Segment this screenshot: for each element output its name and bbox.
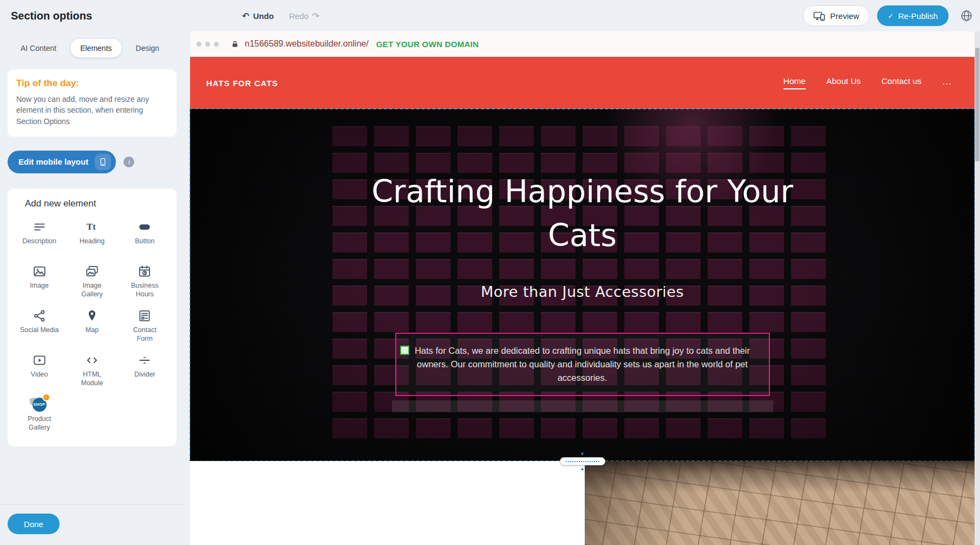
hero-paragraph: Hats for Cats, we are dedicated to craft… bbox=[415, 344, 750, 385]
add-element-product-gallery[interactable]: SHOP ↑ Product Gallery bbox=[13, 394, 66, 436]
site-logo[interactable]: Hats for Cats bbox=[206, 79, 278, 88]
edit-mobile-row: Edit mobile layout i bbox=[8, 151, 184, 173]
page-title: Section options bbox=[11, 10, 92, 22]
upgrade-badge-icon: ↑ bbox=[42, 393, 50, 401]
element-ghost-strip bbox=[392, 400, 773, 412]
get-domain-link[interactable]: GET YOUR OWN DOMAIN bbox=[376, 40, 479, 49]
video-icon bbox=[32, 352, 47, 368]
nav-more-icon[interactable]: ... bbox=[942, 76, 952, 90]
language-globe-button[interactable] bbox=[956, 5, 977, 26]
tip-body: Now you can add, move and resize any ele… bbox=[16, 94, 168, 127]
html-module-icon bbox=[85, 352, 99, 368]
topbar-actions: Preview ✓ Re-Publish bbox=[803, 0, 977, 31]
description-icon bbox=[32, 219, 47, 235]
add-element-image-gallery[interactable]: Image Gallery bbox=[66, 261, 118, 302]
check-icon: ✓ bbox=[888, 12, 894, 20]
selected-text-element[interactable]: Hats for Cats, we are dedicated to craft… bbox=[395, 333, 770, 396]
devices-icon bbox=[813, 11, 825, 21]
scrollbar-track[interactable] bbox=[975, 31, 980, 545]
sidebar: AI Content Elements Design Tip of the da… bbox=[0, 31, 184, 545]
edit-mobile-layout-button[interactable]: Edit mobile layout bbox=[8, 151, 116, 173]
nav-item-contact[interactable]: Contact us bbox=[881, 76, 922, 89]
done-button[interactable]: Done bbox=[8, 514, 60, 534]
add-element-divider[interactable]: Divider bbox=[119, 350, 171, 391]
hero-content: Crafting Happiness for Your Cats More th… bbox=[190, 109, 975, 461]
tip-title: Tip of the day: bbox=[16, 78, 168, 89]
business-hours-icon bbox=[138, 263, 152, 280]
element-grid: Description Tt Heading bbox=[13, 217, 171, 436]
map-pin-icon bbox=[85, 308, 99, 324]
divider-icon bbox=[138, 352, 152, 368]
add-element-heading[interactable]: Tt Heading bbox=[66, 217, 118, 258]
resize-arrow-down-icon: ▼ bbox=[580, 452, 585, 456]
sidebar-divider bbox=[0, 504, 184, 505]
site-header: Hats for Cats Home About Us Contact us .… bbox=[190, 57, 975, 109]
add-element-image[interactable]: Image bbox=[13, 261, 66, 302]
preview-button[interactable]: Preview bbox=[803, 5, 869, 26]
hero-section[interactable]: Crafting Happiness for Your Cats More th… bbox=[190, 109, 975, 461]
heading-icon: Tt bbox=[85, 219, 99, 235]
undo-redo-group: ↶ Undo Redo ↷ bbox=[242, 0, 319, 31]
scrollbar-thumb[interactable] bbox=[975, 48, 979, 161]
site-canvas: n1566589.websitebuilder.online/ GET YOUR… bbox=[190, 31, 975, 545]
add-element-html-module[interactable]: HTML Module bbox=[66, 350, 118, 391]
svg-text:Tt: Tt bbox=[87, 222, 96, 232]
add-element-button[interactable]: Button bbox=[119, 217, 171, 258]
app: Section options ↶ Undo Redo ↷ bbox=[0, 0, 980, 545]
contact-form-icon bbox=[138, 308, 152, 324]
image-gallery-icon bbox=[85, 263, 99, 280]
add-element-title: Add new element bbox=[25, 198, 171, 209]
phone-icon bbox=[95, 154, 111, 170]
resize-dotted-line bbox=[566, 461, 599, 462]
tab-design[interactable]: Design bbox=[126, 39, 169, 57]
browser-chrome: n1566589.websitebuilder.online/ GET YOUR… bbox=[190, 31, 975, 57]
add-element-map[interactable]: Map bbox=[66, 306, 118, 347]
nav-item-home[interactable]: Home bbox=[783, 76, 806, 89]
redo-icon: ↷ bbox=[312, 11, 319, 21]
add-element-description[interactable]: Description bbox=[13, 217, 66, 258]
add-element-contact-form[interactable]: Contact Form bbox=[119, 306, 171, 347]
hero-heading[interactable]: Crafting Happiness for Your Cats bbox=[344, 170, 821, 257]
section-resize-handle[interactable]: ▼ ▲ bbox=[560, 452, 605, 471]
info-icon[interactable]: i bbox=[123, 157, 134, 167]
add-element-card: Add new element Description Tt bbox=[8, 189, 177, 446]
sidebar-tabs: AI Content Elements Design bbox=[11, 39, 184, 57]
window-dots bbox=[197, 42, 219, 47]
tip-card: Tip of the day: Now you can add, move an… bbox=[8, 69, 177, 137]
republish-button[interactable]: ✓ Re-Publish bbox=[877, 5, 949, 26]
globe-icon bbox=[959, 9, 974, 23]
paving-photo bbox=[585, 461, 975, 545]
redo-button[interactable]: Redo ↷ bbox=[289, 11, 319, 21]
add-element-business-hours[interactable]: Business Hours bbox=[119, 261, 171, 302]
topbar: Section options ↶ Undo Redo ↷ bbox=[0, 0, 980, 31]
button-icon bbox=[138, 219, 152, 235]
image-icon bbox=[32, 263, 47, 280]
resize-arrow-up-icon: ▲ bbox=[580, 466, 585, 471]
tab-elements[interactable]: Elements bbox=[70, 39, 121, 57]
undo-button[interactable]: ↶ Undo bbox=[242, 11, 274, 21]
element-drag-handle[interactable] bbox=[400, 346, 409, 355]
site-url[interactable]: n1566589.websitebuilder.online/ bbox=[245, 39, 369, 49]
undo-icon: ↶ bbox=[242, 11, 249, 21]
add-element-video[interactable]: Video bbox=[13, 350, 66, 391]
add-element-social-media[interactable]: Social Media bbox=[13, 306, 66, 347]
page-bottom-section bbox=[190, 461, 975, 545]
hero-subheading[interactable]: More than Just Accessories bbox=[190, 283, 975, 300]
social-media-icon bbox=[32, 308, 47, 324]
nav-item-about[interactable]: About Us bbox=[826, 76, 861, 89]
product-gallery-icon: SHOP ↑ bbox=[31, 397, 48, 413]
lock-icon bbox=[231, 40, 239, 49]
tab-ai-content[interactable]: AI Content bbox=[11, 39, 66, 57]
site-nav: Home About Us Contact us ... bbox=[783, 76, 952, 90]
